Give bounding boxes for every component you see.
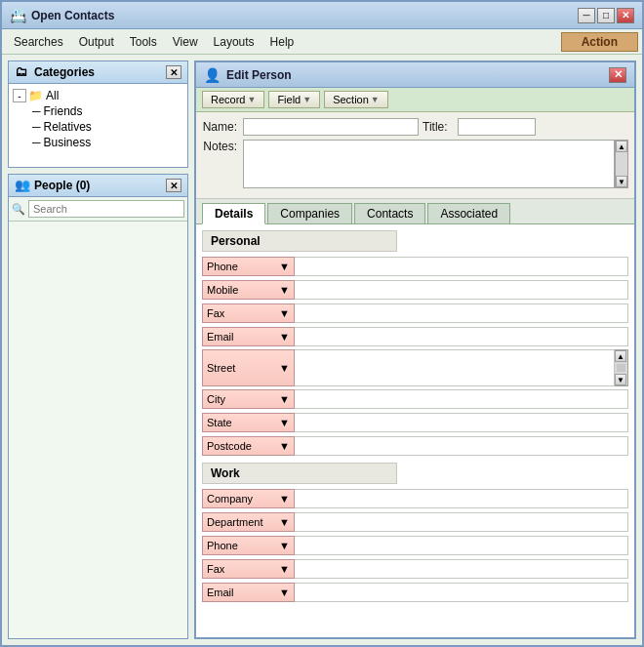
notes-row: Notes: ▲ ▼ — [202, 140, 628, 188]
work-phone-label: Phone — [207, 540, 238, 551]
email-input[interactable] — [295, 327, 628, 346]
search-input[interactable] — [28, 200, 184, 218]
close-button[interactable]: ✕ — [617, 8, 634, 23]
city-input[interactable] — [295, 389, 628, 409]
categories-close-button[interactable]: ✕ — [166, 65, 181, 79]
mobile-dropdown[interactable]: Mobile ▼ — [202, 280, 295, 300]
company-input[interactable] — [295, 489, 628, 508]
name-label: Name: — [202, 120, 243, 134]
street-scroll-up[interactable]: ▲ — [615, 350, 626, 362]
street-row: Street ▼ ▲ ▼ — [202, 349, 628, 386]
postcode-dropdown[interactable]: Postcode ▼ — [202, 436, 295, 456]
department-dropdown[interactable]: Department ▼ — [202, 512, 295, 532]
street-dropdown[interactable]: Street ▼ — [202, 349, 295, 386]
tree-all-item[interactable]: - 📁 All — [13, 88, 183, 103]
work-phone-arrow: ▼ — [279, 540, 290, 551]
fax-label: Fax — [207, 307, 224, 319]
notes-label: Notes: — [202, 140, 243, 188]
phone-row: Phone ▼ — [202, 256, 628, 277]
street-scroll-down[interactable]: ▼ — [615, 374, 626, 385]
postcode-row: Postcode ▼ — [202, 435, 628, 457]
notes-scrollbar[interactable]: ▲ ▼ — [615, 140, 628, 188]
menu-layouts[interactable]: Layouts — [206, 32, 262, 52]
phone-input[interactable] — [295, 257, 628, 276]
postcode-input[interactable] — [295, 436, 628, 456]
company-arrow: ▼ — [279, 493, 290, 505]
work-email-input[interactable] — [295, 583, 628, 602]
tab-associated[interactable]: Associated — [427, 203, 510, 223]
work-fax-input[interactable] — [295, 559, 628, 579]
title-input[interactable] — [458, 118, 536, 136]
minimize-button[interactable]: ─ — [578, 8, 595, 23]
department-label: Department — [207, 516, 262, 528]
folder-icon: 📁 — [28, 89, 43, 102]
tree-relatives-item[interactable]: ─ Relatives — [32, 119, 183, 135]
menu-help[interactable]: Help — [262, 32, 302, 52]
notes-textarea[interactable] — [243, 140, 615, 188]
main-window: 📇 Open Contacts ─ □ ✕ Searches Output To… — [0, 0, 644, 647]
menu-output[interactable]: Output — [71, 32, 122, 52]
email-dropdown[interactable]: Email ▼ — [202, 327, 295, 346]
edit-dialog: 👤 Edit Person ✕ Record ▼ Field ▼ Section… — [194, 61, 636, 639]
tree-relatives-label: Relatives — [44, 120, 92, 134]
city-dropdown[interactable]: City ▼ — [202, 389, 295, 409]
state-input[interactable] — [295, 413, 628, 432]
record-label: Record — [211, 94, 245, 105]
company-label: Company — [207, 493, 253, 505]
work-email-dropdown[interactable]: Email ▼ — [202, 583, 295, 602]
menu-searches[interactable]: Searches — [6, 32, 71, 52]
state-label: State — [207, 417, 232, 428]
tree-business-item[interactable]: ─ Business — [32, 135, 183, 150]
city-label: City — [207, 393, 225, 405]
menu-view[interactable]: View — [165, 32, 206, 52]
street-label: Street — [207, 362, 235, 374]
work-phone-dropdown[interactable]: Phone ▼ — [202, 536, 295, 555]
tab-contacts[interactable]: Contacts — [354, 203, 425, 223]
state-dropdown[interactable]: State ▼ — [202, 413, 295, 432]
department-input[interactable] — [295, 512, 628, 532]
menu-tools[interactable]: Tools — [122, 32, 165, 52]
record-button[interactable]: Record ▼ — [202, 91, 264, 108]
dialog-title: Edit Person — [226, 68, 609, 82]
people-close-button[interactable]: ✕ — [166, 179, 181, 192]
fax-dropdown[interactable]: Fax ▼ — [202, 303, 295, 323]
work-phone-input[interactable] — [295, 536, 628, 555]
categories-panel: 🗂 Categories ✕ - 📁 All ─ Friends — [8, 61, 188, 168]
search-icon: 🔍 — [12, 203, 25, 216]
personal-section-header: Personal — [202, 230, 397, 252]
name-input[interactable] — [243, 118, 419, 136]
street-arrow: ▼ — [279, 362, 290, 374]
tabs-bar: Details Companies Contacts Associated — [196, 199, 634, 224]
section-button[interactable]: Section ▼ — [324, 91, 388, 108]
scroll-down-arrow[interactable]: ▼ — [616, 176, 627, 187]
fax-input[interactable] — [295, 303, 628, 323]
window-controls: ─ □ ✕ — [578, 8, 634, 23]
leaf-icon-friends: ─ — [32, 104, 41, 118]
dialog-close-button[interactable]: ✕ — [609, 67, 626, 83]
field-button[interactable]: Field ▼ — [268, 91, 320, 108]
work-fax-dropdown[interactable]: Fax ▼ — [202, 559, 295, 579]
tab-details[interactable]: Details — [202, 203, 265, 224]
scroll-up-arrow[interactable]: ▲ — [616, 141, 627, 152]
fax-arrow: ▼ — [279, 307, 290, 319]
tree-expand-all[interactable]: - — [13, 89, 26, 102]
mobile-label: Mobile — [207, 284, 238, 296]
maximize-button[interactable]: □ — [597, 8, 615, 23]
people-header-left: 👥 People (0) — [15, 178, 90, 193]
people-list — [9, 222, 187, 638]
action-button[interactable]: Action — [561, 32, 638, 52]
categories-icon: 🗂 — [15, 64, 30, 80]
tree-friends-label: Friends — [44, 104, 83, 118]
street-textarea[interactable] — [295, 349, 615, 386]
phone-dropdown[interactable]: Phone ▼ — [202, 257, 295, 276]
state-arrow: ▼ — [279, 417, 290, 428]
tab-companies[interactable]: Companies — [267, 203, 352, 223]
field-dropdown-arrow: ▼ — [302, 95, 311, 104]
name-row: Name: Title: — [202, 118, 628, 136]
tree-all-label: All — [46, 89, 59, 102]
dialog-toolbar: Record ▼ Field ▼ Section ▼ — [196, 88, 634, 112]
mobile-input[interactable] — [295, 280, 628, 300]
street-scrollbar[interactable]: ▲ ▼ — [615, 349, 628, 386]
company-dropdown[interactable]: Company ▼ — [202, 489, 295, 508]
tree-friends-item[interactable]: ─ Friends — [32, 103, 183, 119]
